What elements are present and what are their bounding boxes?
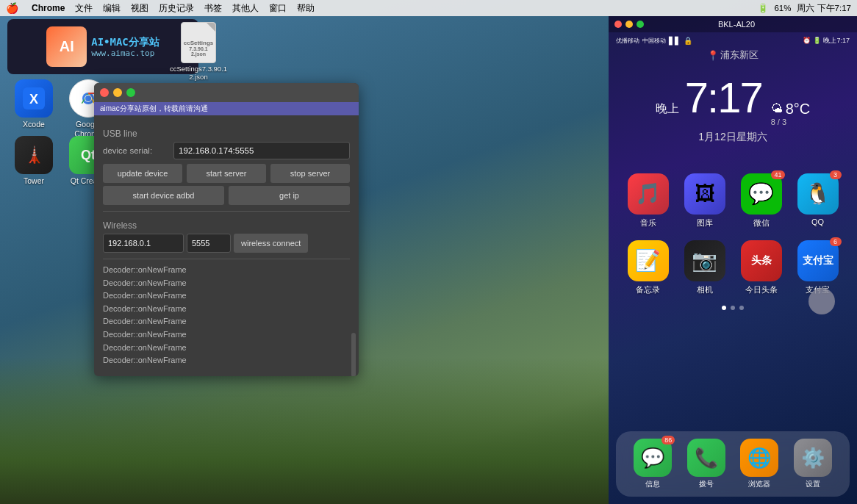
device-serial-row: device serial: (103, 142, 350, 159)
desktop-icon-json[interactable]: ccSettings 7.3.90.1 2.json ccSettings7.3… (169, 22, 228, 82)
log-line-8: Decoder::onNewFrame (103, 354, 350, 367)
wireless-input-row: wireless connect (103, 234, 350, 253)
app-name-menu[interactable]: Chrome (32, 3, 65, 13)
close-button[interactable] (100, 88, 109, 97)
messages-icon: 💬 86 (634, 439, 672, 477)
music-label: 音乐 (640, 217, 656, 228)
log-area: Decoder::onNewFrame Decoder::onNewFrame … (103, 259, 350, 367)
alipay-badge: 6 (830, 237, 842, 246)
phone-win-max[interactable] (637, 21, 644, 28)
music-icon: 🎵 (628, 173, 669, 215)
desktop-icon-xcode[interactable]: X Xcode (7, 79, 60, 129)
aimac-text: AI•MAC分享站 (91, 35, 159, 48)
datetime-display: 周六 下午7:17 (797, 3, 851, 14)
messages-label: 信息 (645, 479, 660, 489)
page-dot-3[interactable] (739, 306, 744, 310)
toutiao-label: 今日头条 (745, 284, 778, 295)
svg-point-5 (85, 96, 91, 101)
phone-icon: 📞 (687, 439, 725, 477)
alarm-icon: ⏰ (803, 37, 811, 44)
phone-win-min[interactable] (625, 21, 633, 28)
maximize-button[interactable] (126, 88, 135, 97)
page-dot-1[interactable] (722, 306, 726, 310)
xcode-icon: X (15, 79, 53, 118)
btn-row-2: start device adbd get ip (103, 186, 350, 205)
camera-icon: 📷 (684, 240, 725, 281)
wechat-icon: 💬 (741, 173, 782, 215)
menubar: 🍎 Chrome 文件 编辑 视图 历史记录 书签 其他人 窗口 帮助 🔋 61… (0, 0, 857, 16)
device-serial-input[interactable] (173, 142, 350, 159)
panel-scrollbar[interactable] (351, 333, 356, 376)
carrier-text: 优播移动 (616, 37, 639, 45)
signal-icon: ▋▋ (669, 37, 681, 45)
app-item-qq[interactable]: 🐧 3 QQ (793, 173, 842, 228)
app-item-music[interactable]: 🎵 音乐 (623, 173, 673, 228)
dock-item-phone[interactable]: 📞 拨号 (687, 439, 725, 489)
phone-window-title: BKL-AL20 (718, 20, 755, 29)
gallery-label: 图库 (697, 217, 713, 228)
menu-other[interactable]: 其他人 (232, 2, 259, 15)
phone-time-display: 晚上7:17 (823, 36, 850, 46)
update-device-button[interactable]: update device (103, 164, 182, 183)
app-item-notes[interactable]: 📝 备忘录 (623, 240, 673, 295)
log-line-5: Decoder::onNewFrame (103, 315, 350, 328)
messages-badge: 86 (661, 436, 675, 444)
notif-text: aimac分享站原创，转载前请沟通 (100, 104, 208, 114)
get-ip-button[interactable]: get ip (229, 186, 350, 205)
menu-window[interactable]: 窗口 (269, 2, 287, 15)
dock-item-messages[interactable]: 💬 86 信息 (634, 439, 672, 489)
scrcpy-panel: aimac分享站原创，转载前请沟通 USB line device serial… (94, 83, 359, 376)
phone-screen: BKL-AL20 优播移动 中国移动 ▋▋ 🔒 ⏰ 🔋 晚上7:17 📍 浦东新… (609, 16, 857, 504)
phone-avatar (808, 288, 835, 314)
menu-view[interactable]: 视图 (131, 2, 148, 15)
menu-file[interactable]: 文件 (75, 2, 93, 15)
page-dot-2[interactable] (731, 306, 735, 310)
desktop-icon-tower[interactable]: 🗼 Tower (7, 136, 60, 186)
aimac-logo-icon: AI (46, 26, 87, 67)
menu-bookmarks[interactable]: 书签 (204, 2, 222, 15)
minimize-button[interactable] (113, 88, 122, 97)
location-text: 浦东新区 (720, 48, 759, 62)
phone-win-close[interactable] (614, 21, 622, 28)
stop-server-button[interactable]: stop server (270, 164, 350, 183)
app-item-alipay[interactable]: 支付宝 6 支付宝 (793, 240, 842, 295)
notes-icon: 📝 (628, 240, 669, 281)
start-device-adbd-button[interactable]: start device adbd (103, 186, 224, 205)
weather-range: 8 / 3 (771, 118, 786, 126)
phone-location: 📍 浦东新区 (609, 48, 857, 62)
start-server-button[interactable]: start server (187, 164, 266, 183)
json-file-icon: ccSettings 7.3.90.1 2.json (181, 22, 216, 63)
app-item-camera[interactable]: 📷 相机 (680, 240, 729, 295)
app-grid: 🎵 音乐 🖼 图库 💬 41 微信 🐧 3 (609, 159, 857, 295)
phone-statusbar: 优播移动 中国移动 ▋▋ 🔒 ⏰ 🔋 晚上7:17 (609, 32, 857, 48)
usb-section-label: USB line (103, 129, 350, 139)
log-line-1: Decoder::onNewFrame (103, 264, 350, 277)
wireless-connect-button[interactable]: wireless connect (234, 234, 308, 253)
menu-help[interactable]: 帮助 (297, 2, 315, 15)
phone-status-left: 优播移动 中国移动 ▋▋ 🔒 (616, 37, 692, 45)
wireless-ip-input[interactable] (103, 234, 184, 253)
app-item-toutiao[interactable]: 头条 今日头条 (736, 240, 786, 295)
log-line-2: Decoder::onNewFrame (103, 277, 350, 290)
menu-edit[interactable]: 编辑 (103, 2, 121, 15)
phone-status-right: ⏰ 🔋 晚上7:17 (803, 36, 850, 46)
btn-row-1: update device start server stop server (103, 164, 350, 183)
battery-icon: 🔋 (813, 37, 821, 44)
dock-item-settings[interactable]: ⚙️ 设置 (794, 439, 832, 489)
menu-history[interactable]: 历史记录 (159, 2, 194, 15)
tower-label: Tower (24, 176, 44, 186)
log-line-4: Decoder::onNewFrame (103, 303, 350, 316)
battery-icon: 🔋 (758, 3, 768, 13)
settings-label: 设置 (806, 479, 820, 489)
carrier-2: 中国移动 (642, 37, 666, 45)
app-item-gallery[interactable]: 🖼 图库 (680, 173, 729, 228)
gallery-icon: 🖼 (684, 173, 725, 215)
wireless-port-input[interactable] (187, 234, 231, 253)
qq-label: QQ (811, 217, 824, 226)
apple-menu[interactable]: 🍎 (6, 2, 18, 14)
device-serial-label: device serial: (103, 146, 169, 155)
alipay-icon: 支付宝 (797, 240, 839, 281)
dock-item-browser[interactable]: 🌐 浏览器 (740, 439, 778, 489)
wechat-label: 微信 (753, 217, 770, 228)
app-item-wechat[interactable]: 💬 41 微信 (736, 173, 786, 228)
